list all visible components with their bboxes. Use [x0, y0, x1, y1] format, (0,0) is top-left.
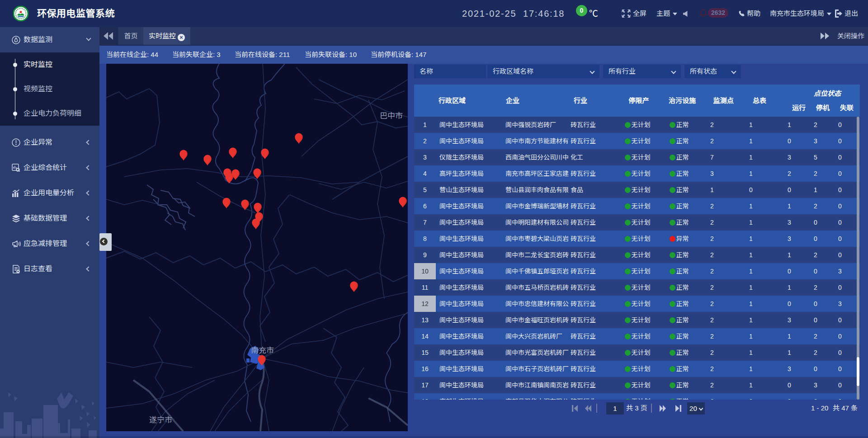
svg-text:南充市: 南充市	[251, 346, 274, 355]
svg-text:巴中市: 巴中市	[380, 112, 403, 120]
svg-text:遂宁市: 遂宁市	[149, 416, 172, 424]
